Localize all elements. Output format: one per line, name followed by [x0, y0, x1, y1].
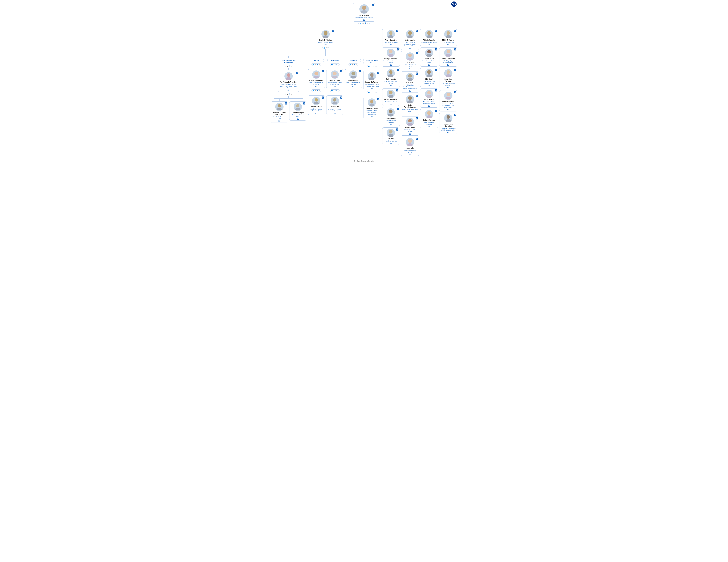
guy-bio[interactable]: Bio: [390, 124, 392, 125]
kirti-li[interactable]: in: [435, 69, 437, 71]
mindy-bio[interactable]: Bio: [447, 109, 449, 110]
virginie-li[interactable]: in: [416, 52, 418, 54]
juliana-li[interactable]: in: [435, 110, 437, 112]
markus-title: President – Skin & Personal Care: [309, 108, 324, 112]
vittorio-bio[interactable]: Bio: [428, 44, 430, 45]
eric-bio[interactable]: Bio: [297, 118, 299, 120]
monica-bio[interactable]: Bio: [409, 133, 411, 135]
jasmine-li[interactable]: in: [416, 138, 418, 140]
fatima-bio[interactable]: Bio: [288, 89, 289, 91]
philip-bio[interactable]: Bio: [447, 44, 449, 45]
magesvaran-bio[interactable]: Bio: [447, 132, 449, 133]
paul-bio[interactable]: Bio: [334, 112, 336, 114]
sundar-li[interactable]: in: [377, 72, 379, 74]
left-section: in Shailesh Jejurikar Chief Operating Of…: [271, 29, 380, 156]
cat1-stats: 👥2 👤1: [284, 65, 293, 67]
bala-li[interactable]: in: [416, 95, 418, 97]
andre-avatar: [387, 30, 395, 38]
laura-bio[interactable]: Bio: [428, 105, 430, 107]
svg-point-66: [447, 115, 450, 119]
markus-avatar: [312, 97, 320, 105]
svg-point-41: [407, 78, 413, 81]
ken-bio[interactable]: Bio: [409, 90, 411, 92]
jasmine-bio[interactable]: Bio: [409, 154, 411, 155]
coo-linkedin[interactable]: in: [332, 30, 334, 32]
gary-bio[interactable]: Bio: [352, 86, 354, 87]
marc-li[interactable]: in: [396, 89, 398, 92]
susan-title: Chief Legal Officer and Secretary: [441, 83, 456, 86]
mindy-title: President – Global Walmart and Chief Sal…: [441, 103, 456, 109]
svg-point-33: [388, 114, 393, 116]
monica-avatar: [406, 118, 414, 126]
shelly-li[interactable]: in: [454, 48, 456, 51]
people-icon: 👥: [359, 23, 361, 24]
philip-li[interactable]: in: [454, 30, 456, 32]
bala-bio[interactable]: Bio: [409, 113, 411, 114]
damon-li[interactable]: in: [435, 48, 437, 51]
shelly-bio[interactable]: Bio: [447, 64, 449, 66]
svg-point-27: [388, 54, 393, 57]
alexandra-li[interactable]: in: [322, 70, 324, 72]
svg-point-32: [389, 110, 393, 113]
julio-bio[interactable]: Bio: [390, 85, 392, 86]
cat1-sub-v: [288, 96, 289, 98]
alexandra-bio[interactable]: Bio: [315, 86, 317, 87]
marc-avatar: [387, 90, 395, 98]
jennifer-bio[interactable]: Bio: [334, 86, 336, 87]
julio-li[interactable]: in: [397, 69, 399, 71]
ken-li[interactable]: in: [416, 73, 418, 75]
andre-bio[interactable]: Bio: [390, 44, 392, 45]
ceo-bio[interactable]: Bio: [363, 19, 365, 21]
ken-title: Chief Ethics & Compliance Officer and Ch…: [402, 84, 418, 90]
cat1-pi2: 👤: [289, 65, 291, 67]
sundar-bio[interactable]: Bio: [371, 88, 373, 89]
coo-bio[interactable]: Bio: [325, 44, 326, 45]
linkedin-badge[interactable]: in: [372, 4, 374, 6]
matthew-li[interactable]: in: [377, 98, 379, 100]
logo-text: P&G: [452, 3, 456, 5]
svg-point-7: [277, 108, 282, 110]
vittorio-li[interactable]: in: [435, 30, 437, 32]
susan-bio[interactable]: Bio: [447, 87, 449, 88]
svg-point-54: [427, 91, 431, 94]
magesvaran-li[interactable]: in: [454, 114, 456, 116]
andre-li[interactable]: in: [396, 30, 398, 32]
monica-li[interactable]: in: [416, 117, 418, 120]
matthew-bio[interactable]: Bio: [371, 116, 373, 117]
victor-bio[interactable]: Bio: [409, 47, 411, 49]
mindy-li[interactable]: in: [454, 91, 456, 93]
virginie-bio[interactable]: Bio: [409, 68, 411, 69]
jasmine-name: Jasmine Xu: [406, 147, 414, 149]
pg-logo: P&G: [451, 1, 457, 7]
andre-card: in Andre Schulten Chief Financial Office…: [382, 29, 399, 46]
svg-point-1: [361, 10, 367, 13]
cat1-v-mid: [288, 68, 289, 70]
damon-bio[interactable]: Bio: [428, 64, 430, 66]
kirti-bio[interactable]: Bio: [428, 85, 430, 86]
paul-li[interactable]: in: [340, 97, 342, 99]
marc-bio[interactable]: Bio: [390, 103, 392, 105]
fatima-li[interactable]: in: [296, 72, 298, 74]
markus-li[interactable]: in: [322, 97, 324, 99]
svg-point-22: [370, 100, 373, 103]
footer: Org Chart Created in Organimi: [271, 159, 457, 162]
loic-bio[interactable]: Bio: [390, 142, 392, 144]
hesham-bio[interactable]: Bio: [278, 120, 280, 122]
tracey-bio[interactable]: Bio: [390, 64, 392, 66]
susan-li[interactable]: in: [454, 69, 456, 71]
gary-li[interactable]: in: [359, 70, 361, 72]
loic-avatar: [387, 129, 395, 137]
jennifer-li[interactable]: in: [340, 70, 342, 72]
tracey-li[interactable]: in: [397, 48, 399, 51]
victor-li[interactable]: in: [416, 30, 418, 32]
juliana-bio[interactable]: Bio: [428, 126, 430, 127]
hesham-li[interactable]: in: [285, 102, 287, 105]
laura-li[interactable]: in: [435, 89, 437, 92]
virginie-name: Virginie Helias: [405, 61, 415, 64]
guy-li[interactable]: in: [397, 108, 399, 110]
loic-li[interactable]: in: [396, 129, 398, 131]
ceo-avatar: [359, 4, 369, 14]
svg-point-5: [286, 77, 291, 80]
markus-bio[interactable]: Bio: [315, 112, 317, 114]
eric-li[interactable]: in: [303, 102, 305, 105]
